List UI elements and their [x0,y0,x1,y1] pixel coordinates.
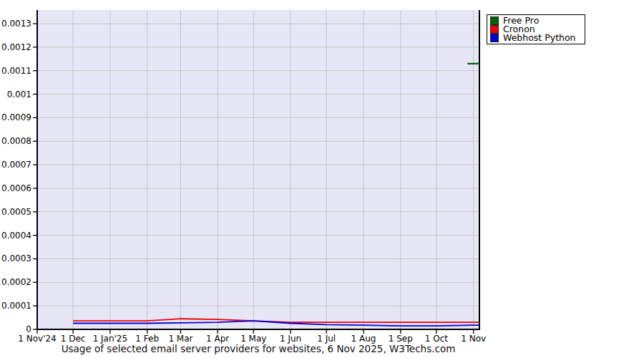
x-tick-label: 1 Mar [168,334,192,344]
chart-caption: Usage of selected email server providers… [0,343,517,354]
x-tick-label: 1 Apr [206,334,229,344]
x-tick-label: 1 Feb [135,334,159,344]
x-tick-label: 1 Nov'24 [18,334,56,344]
y-tick-label: 0.0003 [1,253,31,263]
chart-legend: Free Pro Cronon Webhost Python [487,14,585,44]
y-tick-label: 0.0013 [1,19,31,29]
plot-area [37,10,479,329]
legend-swatch-webhost-python [490,34,499,42]
x-tick-label: 1 Dec [61,334,86,344]
x-tick-label: 1 Aug [351,334,376,344]
y-tick-label: 0.0009 [1,112,31,122]
x-tick-label: 1 Oct [425,334,448,344]
x-tick-label: 1 Jan'25 [93,334,128,344]
y-tick-label: 0.0011 [1,66,31,76]
x-tick-label: 1 Jun [280,334,301,344]
y-tick-label: 0.0005 [1,207,31,217]
legend-item-webhost-python: Webhost Python [490,34,582,42]
y-tick-label: 0.0006 [1,183,31,193]
legend-swatch-free-pro [490,16,499,25]
y-tick-label: 0.001 [7,90,31,100]
x-tick-label: 1 Nov [461,334,486,344]
y-tick-label: 0.0007 [1,160,31,170]
y-tick-label: 0.0008 [1,136,31,146]
y-tick-label: 0.0004 [1,231,31,241]
y-tick-label: 0.0002 [1,277,31,287]
x-tick-label: 1 Sep [389,334,413,344]
y-tick-label: 0 [26,324,31,334]
x-tick-label: 1 Jul [317,334,336,344]
legend-label-webhost-python: Webhost Python [503,34,576,42]
y-tick-label: 0.0012 [1,42,31,52]
w3techs-usage-chart: 00.00010.00020.00030.00040.00050.00060.0… [0,0,644,358]
legend-swatch-cronon [490,25,499,34]
x-tick-label: 1 May [240,334,266,344]
chart-plot: 00.00010.00020.00030.00040.00050.00060.0… [0,0,644,358]
y-tick-label: 0.0001 [1,301,31,311]
